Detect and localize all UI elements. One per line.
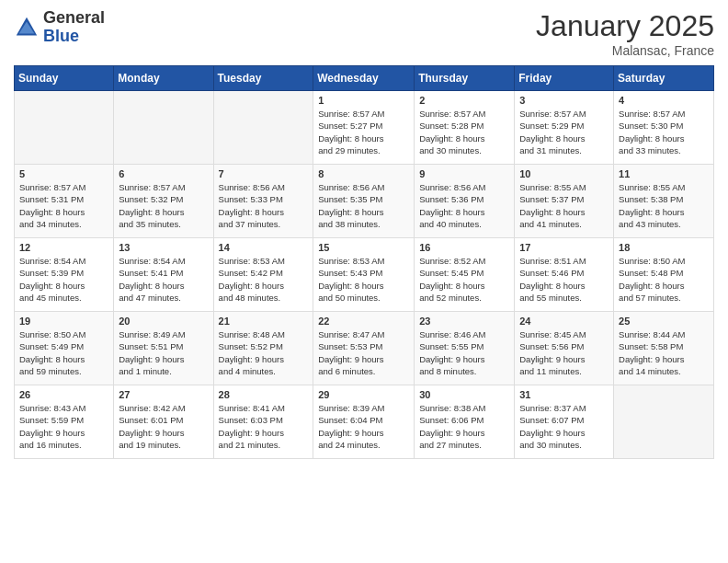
logo: General Blue [14, 9, 105, 46]
calendar-cell: 18Sunrise: 8:50 AM Sunset: 5:48 PM Dayli… [614, 238, 714, 312]
calendar-cell: 17Sunrise: 8:51 AM Sunset: 5:46 PM Dayli… [515, 238, 614, 312]
location-text: Malansac, France [536, 43, 714, 58]
calendar-cell: 2Sunrise: 8:57 AM Sunset: 5:28 PM Daylig… [415, 91, 515, 165]
day-info: Sunrise: 8:57 AM Sunset: 5:31 PM Dayligh… [19, 181, 108, 230]
logo-icon [14, 15, 40, 40]
day-info: Sunrise: 8:56 AM Sunset: 5:36 PM Dayligh… [419, 181, 509, 230]
day-number: 23 [419, 316, 509, 327]
month-title: January 2025 [536, 9, 714, 43]
day-info: Sunrise: 8:55 AM Sunset: 5:37 PM Dayligh… [519, 181, 609, 230]
day-info: Sunrise: 8:57 AM Sunset: 5:27 PM Dayligh… [318, 108, 409, 156]
day-number: 3 [519, 95, 609, 106]
day-info: Sunrise: 8:48 AM Sunset: 5:52 PM Dayligh… [219, 328, 309, 377]
day-number: 17 [519, 242, 609, 253]
day-info: Sunrise: 8:57 AM Sunset: 5:29 PM Dayligh… [519, 108, 609, 156]
day-info: Sunrise: 8:38 AM Sunset: 6:06 PM Dayligh… [419, 402, 509, 451]
day-info: Sunrise: 8:45 AM Sunset: 5:56 PM Dayligh… [519, 328, 609, 377]
calendar-cell: 22Sunrise: 8:47 AM Sunset: 5:53 PM Dayli… [313, 312, 415, 385]
day-number: 7 [219, 168, 309, 179]
calendar-week-row: 1Sunrise: 8:57 AM Sunset: 5:27 PM Daylig… [15, 91, 714, 165]
calendar-day-header: Thursday [415, 66, 515, 91]
calendar-cell [614, 385, 714, 459]
page-header: General Blue January 2025 Malansac, Fran… [14, 9, 714, 58]
calendar-cell [114, 91, 213, 165]
day-info: Sunrise: 8:56 AM Sunset: 5:33 PM Dayligh… [219, 181, 309, 230]
day-number: 25 [619, 316, 709, 327]
day-number: 14 [219, 242, 309, 253]
calendar-cell: 26Sunrise: 8:43 AM Sunset: 5:59 PM Dayli… [15, 385, 114, 459]
calendar-cell: 10Sunrise: 8:55 AM Sunset: 5:37 PM Dayli… [515, 165, 614, 238]
day-info: Sunrise: 8:53 AM Sunset: 5:42 PM Dayligh… [219, 255, 309, 304]
calendar-cell: 16Sunrise: 8:52 AM Sunset: 5:45 PM Dayli… [415, 238, 515, 312]
calendar-week-row: 12Sunrise: 8:54 AM Sunset: 5:39 PM Dayli… [15, 238, 714, 312]
day-info: Sunrise: 8:43 AM Sunset: 5:59 PM Dayligh… [19, 402, 108, 451]
logo-text: General Blue [43, 9, 105, 46]
day-info: Sunrise: 8:47 AM Sunset: 5:53 PM Dayligh… [318, 328, 409, 377]
calendar-week-row: 5Sunrise: 8:57 AM Sunset: 5:31 PM Daylig… [15, 165, 714, 238]
calendar-day-header: Friday [515, 66, 614, 91]
logo-blue-text: Blue [43, 28, 105, 46]
day-info: Sunrise: 8:57 AM Sunset: 5:32 PM Dayligh… [119, 181, 208, 230]
day-info: Sunrise: 8:49 AM Sunset: 5:51 PM Dayligh… [119, 328, 208, 377]
day-number: 16 [419, 242, 509, 253]
calendar-cell: 8Sunrise: 8:56 AM Sunset: 5:35 PM Daylig… [313, 165, 415, 238]
day-info: Sunrise: 8:54 AM Sunset: 5:41 PM Dayligh… [119, 255, 208, 304]
day-number: 21 [219, 316, 309, 327]
calendar-week-row: 26Sunrise: 8:43 AM Sunset: 5:59 PM Dayli… [15, 385, 714, 459]
calendar-cell: 14Sunrise: 8:53 AM Sunset: 5:42 PM Dayli… [213, 238, 313, 312]
day-number: 19 [19, 316, 108, 327]
day-info: Sunrise: 8:53 AM Sunset: 5:43 PM Dayligh… [318, 255, 409, 304]
day-info: Sunrise: 8:55 AM Sunset: 5:38 PM Dayligh… [619, 181, 709, 230]
day-info: Sunrise: 8:50 AM Sunset: 5:48 PM Dayligh… [619, 255, 709, 304]
day-number: 6 [119, 168, 208, 179]
calendar-cell: 23Sunrise: 8:46 AM Sunset: 5:55 PM Dayli… [415, 312, 515, 385]
calendar-cell: 30Sunrise: 8:38 AM Sunset: 6:06 PM Dayli… [415, 385, 515, 459]
calendar-cell: 11Sunrise: 8:55 AM Sunset: 5:38 PM Dayli… [614, 165, 714, 238]
day-number: 26 [19, 389, 108, 400]
calendar-cell: 7Sunrise: 8:56 AM Sunset: 5:33 PM Daylig… [213, 165, 313, 238]
logo-general-text: General [43, 9, 105, 28]
day-info: Sunrise: 8:51 AM Sunset: 5:46 PM Dayligh… [519, 255, 609, 304]
day-info: Sunrise: 8:56 AM Sunset: 5:35 PM Dayligh… [318, 181, 409, 230]
day-number: 29 [318, 389, 409, 400]
calendar-cell: 31Sunrise: 8:37 AM Sunset: 6:07 PM Dayli… [515, 385, 614, 459]
calendar-day-header: Sunday [15, 66, 114, 91]
calendar-cell [15, 91, 114, 165]
day-number: 1 [318, 95, 409, 106]
day-number: 22 [318, 316, 409, 327]
day-info: Sunrise: 8:39 AM Sunset: 6:04 PM Dayligh… [318, 402, 409, 451]
calendar-day-header: Tuesday [213, 66, 313, 91]
calendar-table: SundayMondayTuesdayWednesdayThursdayFrid… [14, 65, 714, 459]
day-number: 13 [119, 242, 208, 253]
calendar-cell: 19Sunrise: 8:50 AM Sunset: 5:49 PM Dayli… [15, 312, 114, 385]
calendar-day-header: Monday [114, 66, 213, 91]
title-block: January 2025 Malansac, France [536, 9, 714, 58]
day-number: 28 [219, 389, 309, 400]
day-number: 9 [419, 168, 509, 179]
calendar-day-header: Saturday [614, 66, 714, 91]
calendar-cell: 3Sunrise: 8:57 AM Sunset: 5:29 PM Daylig… [515, 91, 614, 165]
day-info: Sunrise: 8:57 AM Sunset: 5:30 PM Dayligh… [619, 108, 709, 156]
day-number: 8 [318, 168, 409, 179]
day-number: 12 [19, 242, 108, 253]
calendar-cell: 15Sunrise: 8:53 AM Sunset: 5:43 PM Dayli… [313, 238, 415, 312]
calendar-cell: 6Sunrise: 8:57 AM Sunset: 5:32 PM Daylig… [114, 165, 213, 238]
day-number: 5 [19, 168, 108, 179]
calendar-week-row: 19Sunrise: 8:50 AM Sunset: 5:49 PM Dayli… [15, 312, 714, 385]
day-number: 20 [119, 316, 208, 327]
calendar-day-header: Wednesday [313, 66, 415, 91]
calendar-cell: 28Sunrise: 8:41 AM Sunset: 6:03 PM Dayli… [213, 385, 313, 459]
day-info: Sunrise: 8:42 AM Sunset: 6:01 PM Dayligh… [119, 402, 208, 451]
day-info: Sunrise: 8:50 AM Sunset: 5:49 PM Dayligh… [19, 328, 108, 377]
day-info: Sunrise: 8:37 AM Sunset: 6:07 PM Dayligh… [519, 402, 609, 451]
calendar-cell: 29Sunrise: 8:39 AM Sunset: 6:04 PM Dayli… [313, 385, 415, 459]
calendar-cell: 27Sunrise: 8:42 AM Sunset: 6:01 PM Dayli… [114, 385, 213, 459]
day-number: 18 [619, 242, 709, 253]
day-number: 2 [419, 95, 509, 106]
calendar-header-row: SundayMondayTuesdayWednesdayThursdayFrid… [15, 66, 714, 91]
calendar-cell: 4Sunrise: 8:57 AM Sunset: 5:30 PM Daylig… [614, 91, 714, 165]
day-number: 4 [619, 95, 709, 106]
calendar-cell [213, 91, 313, 165]
day-info: Sunrise: 8:44 AM Sunset: 5:58 PM Dayligh… [619, 328, 709, 377]
day-number: 30 [419, 389, 509, 400]
